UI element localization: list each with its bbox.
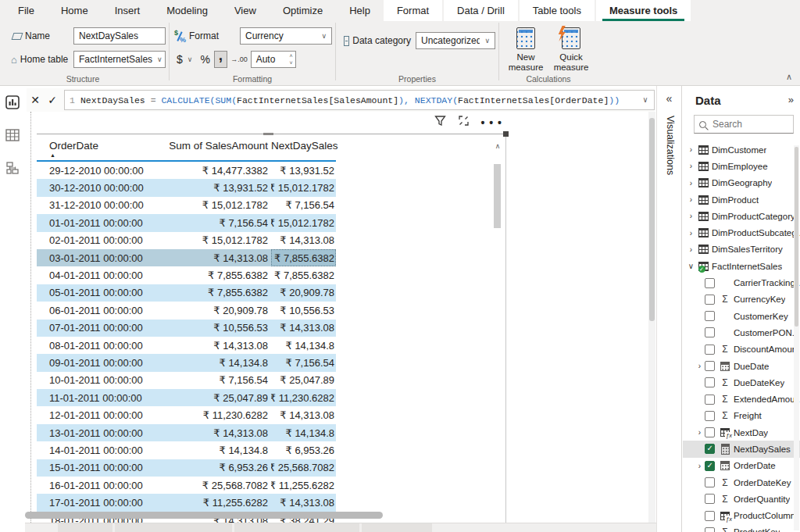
field-item-duedatekey[interactable]: ΣDueDateKey [683,374,800,391]
table-cell[interactable]: ₹ 15,012.1782 [271,179,336,196]
column-header-nextdaysales[interactable]: NextDaySales [271,140,336,160]
table-cell[interactable]: ₹ 14,134.8 [168,357,271,369]
field-item-carriertracking[interactable]: CarrierTracking... [683,274,800,291]
decimal-places-spinner[interactable]: Auto ˄˅ [251,51,296,68]
page-tab[interactable] [115,523,232,532]
table-cell[interactable]: ₹ 15,012.1782 [271,214,336,231]
table-row[interactable]: 30-12-2010 00:00:00₹ 13,931.52₹ 15,012.1… [37,179,336,196]
table-cell[interactable]: 08-01-2011 00:00:00 [37,340,168,352]
table-row[interactable]: 11-01-2011 00:00:00₹ 25,047.89₹ 11,230.6… [37,389,336,406]
chevron-right-icon[interactable]: › [686,195,696,204]
table-cell[interactable]: ₹ 25,047.89 [271,372,336,389]
table-cell[interactable]: ₹ 6,953.26 [271,441,336,459]
field-item-discountamount[interactable]: ΣDiscountAmount [683,341,800,358]
table-row[interactable]: 05-01-2011 00:00:00₹ 7,855.6382₹ 20,909.… [37,284,336,302]
table-cell[interactable]: ₹ 14,313.08 [168,252,271,264]
field-checkbox[interactable] [705,278,715,288]
table-row[interactable]: 10-01-2011 00:00:00₹ 7,156.54₹ 25,047.89 [37,372,336,389]
table-cell[interactable]: ₹ 14,313.08 [168,427,271,439]
table-row[interactable]: 16-01-2011 00:00:00₹ 25,568.7082₹ 11,255… [37,477,336,494]
chevron-right-icon[interactable]: › [686,179,696,187]
report-view-button[interactable] [5,95,20,109]
chevron-up-icon[interactable]: ˄ [290,52,293,59]
table-cell[interactable]: ₹ 25,047.89 [168,392,271,404]
data-pane-scrollbar[interactable] [794,145,799,530]
tab-table-tools[interactable]: Table tools [520,0,595,21]
field-item-nextday[interactable]: ›NextDay [683,424,800,441]
collapse-ribbon-icon[interactable]: ∧ [786,72,792,82]
page-canvas[interactable]: • • • OrderDate▲Sum of SalesAmountNextDa… [25,112,648,532]
table-visual[interactable]: • • • OrderDate▲Sum of SalesAmountNextDa… [37,134,506,532]
field-checkbox[interactable] [705,477,715,487]
table-cell[interactable]: ₹ 14,134.8 [271,424,336,441]
table-row[interactable]: 17-01-2011 00:00:00₹ 11,255.6282₹ 14,313… [37,494,336,511]
canvas-horizontal-scrollbar[interactable] [25,512,383,519]
chevron-right-icon[interactable]: › [686,245,696,254]
field-item-currencykey[interactable]: ΣCurrencyKey [683,291,800,308]
chevron-right-icon[interactable]: › [686,145,696,154]
table-cell[interactable]: ₹ 14,313.08 [168,340,271,352]
chevron-down-icon[interactable]: ˅ [290,59,293,66]
data-scroll-thumb[interactable] [795,147,798,327]
field-item-orderdate[interactable]: ›OrderDate [683,458,800,474]
field-checkbox[interactable] [705,494,715,504]
table-cell[interactable]: ₹ 14,313.08 [271,406,336,423]
table-item-dimcustomer[interactable]: ›DimCustomer [683,141,800,158]
table-cell[interactable]: 12-01-2011 00:00:00 [37,409,168,421]
format-dropdown[interactable]: Currency ∨ [240,27,332,45]
field-item-freight[interactable]: ΣFreight [683,408,800,424]
table-cell[interactable]: ₹ 7,156.54 [271,354,336,371]
table-cell[interactable]: ₹ 14,134.8 [271,337,336,354]
chevron-right-icon[interactable]: › [686,212,696,220]
table-cell[interactable]: ₹ 7,156.54 [168,217,271,229]
table-cell[interactable]: 03-01-2011 00:00:00 [37,252,168,264]
table-item-factinternetsales[interactable]: ∨✓FactInternetSales [683,258,800,274]
column-header-sum-of-salesamount[interactable]: Sum of SalesAmount [168,140,271,160]
table-item-dimemployee[interactable]: ›DimEmployee [683,158,800,174]
table-cell[interactable]: ₹ 14,477.3382 [168,165,271,177]
data-view-button[interactable] [5,128,20,142]
field-checkbox[interactable] [705,377,715,387]
commit-formula-button[interactable]: ✓ [44,91,61,109]
table-cell[interactable]: 05-01-2011 00:00:00 [37,287,168,298]
table-cell[interactable]: 15-01-2011 00:00:00 [37,462,168,473]
tab-help[interactable]: Help [336,0,384,21]
model-view-button[interactable] [5,161,20,175]
table-cell[interactable]: ₹ 15,012.1782 [168,234,271,246]
table-cell[interactable]: ₹ 7,156.54 [168,374,271,386]
tab-data-drill[interactable]: Data / Drill [444,0,518,21]
table-cell[interactable]: ₹ 13,931.52 [168,182,271,194]
field-checkbox[interactable] [705,411,715,421]
chevron-down-icon[interactable]: ∨ [686,262,696,270]
field-checkbox[interactable] [705,295,715,305]
table-row[interactable]: 02-01-2011 00:00:00₹ 15,012.1782₹ 14,313… [37,232,336,249]
data-category-dropdown[interactable]: Uncategorized ∨ [416,32,495,49]
filter-icon[interactable] [434,115,446,130]
table-row[interactable]: 03-01-2011 00:00:00₹ 14,313.08₹ 7,855.63… [37,249,336,266]
table-cell[interactable]: ₹ 11,255.6282 [271,477,336,494]
field-checkbox[interactable] [705,345,715,355]
table-row[interactable]: 13-01-2011 00:00:00₹ 14,313.08₹ 14,134.8 [37,424,336,441]
more-options-icon[interactable]: • • • [481,119,502,127]
table-row[interactable]: 09-01-2011 00:00:00₹ 14,134.8₹ 7,156.54 [37,354,336,371]
table-row[interactable]: 06-01-2011 00:00:00₹ 20,909.78₹ 10,556.5… [37,302,336,319]
search-box[interactable] [694,115,794,134]
page-tab[interactable] [234,523,359,532]
field-item-customerpon[interactable]: CustomerPON... [683,324,800,341]
dax-formula-input[interactable]: 1 NextDaySales = CALCULATE(SUM(FactInter… [64,90,655,110]
table-cell[interactable]: ₹ 25,568.7082 [168,480,271,491]
field-checkbox[interactable] [705,511,715,521]
table-row[interactable]: 07-01-2011 00:00:00₹ 10,556.53₹ 14,313.0… [37,320,336,337]
table-cell[interactable]: 31-12-2010 00:00:00 [37,199,168,211]
table-cell[interactable]: ₹ 14,313.08 [271,232,336,249]
tab-measure-tools[interactable]: Measure tools [596,0,691,21]
page-tab[interactable] [58,523,112,532]
measure-name-input[interactable]: NextDaySales [73,27,166,45]
table-cell[interactable]: 16-01-2011 00:00:00 [37,480,168,491]
field-item-duedate[interactable]: ›DueDate [683,358,800,374]
chevron-right-icon[interactable]: › [695,428,705,437]
field-item-productkey[interactable]: ΣProductKey [683,524,800,532]
cancel-formula-button[interactable]: ✕ [27,91,44,109]
field-item-nextdaysales[interactable]: NextDaySales [683,441,800,457]
table-cell[interactable]: 29-12-2010 00:00:00 [37,165,168,177]
